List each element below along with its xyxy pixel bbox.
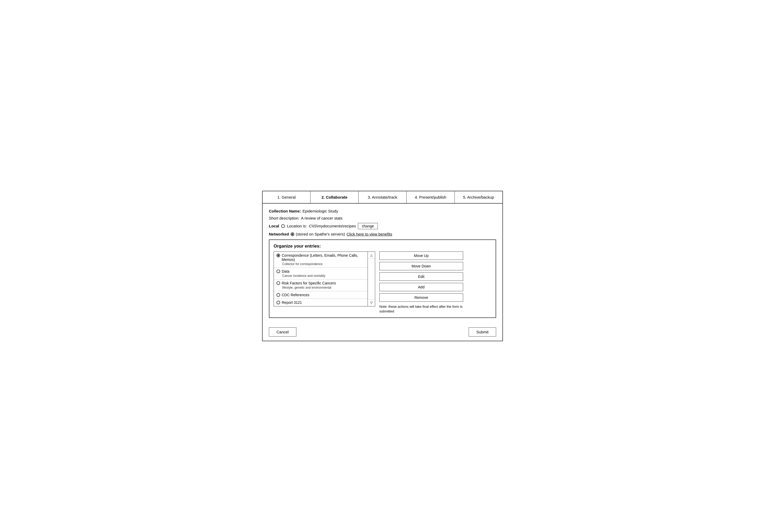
organize-box: Organize your entries: Correspondence (L… [269, 240, 496, 318]
change-button[interactable]: change [358, 223, 378, 229]
actions-area: Move Up Move Down Edit Add Remove Note: … [380, 252, 463, 314]
main-container: 1. General 2. Collaborate 3. Annotate/tr… [262, 191, 503, 341]
add-button[interactable]: Add [380, 283, 463, 291]
networked-radio[interactable] [291, 233, 294, 236]
location-label: Location is: [287, 224, 307, 228]
item-label-risk: Risk Factors for Specific Cancers [282, 281, 336, 285]
local-row: Local Location is: C\IS\mydocuments\reci… [269, 223, 496, 229]
item-label-data: Data [282, 269, 290, 273]
networked-label: Networked [269, 232, 289, 236]
list-item-header: Data [277, 269, 365, 273]
scroll-down-button[interactable]: ▽ [368, 299, 375, 306]
item-label-report: Report 3121 [282, 300, 302, 304]
tab-present[interactable]: 4. Present/publish [406, 191, 454, 203]
action-buttons: Move Up Move Down Edit Add Remove [380, 252, 463, 302]
item-radio-report [277, 301, 280, 304]
scroll-up-button[interactable]: △ [368, 252, 375, 259]
list-item-header: Correspondence (Letters, Emails, Phone C… [277, 253, 365, 262]
move-down-button[interactable]: Move Down [380, 262, 463, 270]
remove-button[interactable]: Remove [380, 293, 463, 302]
short-desc-label: Short description: [269, 216, 300, 220]
note-text: Note: these actions will take final effe… [380, 304, 463, 314]
local-radio[interactable] [281, 224, 285, 228]
short-desc-value: A review of cancer stats [301, 216, 343, 220]
bottom-bar: Cancel Submit [263, 323, 502, 341]
tab-archive[interactable]: 5. Archive/backup [455, 191, 502, 203]
benefits-link[interactable]: Click here to view benefits [347, 232, 392, 236]
networked-row: Networked (stored on Spathe's servers) C… [269, 232, 496, 236]
list-item[interactable]: Risk Factors for Specific Cancers lifest… [274, 279, 368, 291]
item-label-correspondence: Correspondence (Letters, Emails, Phone C… [282, 253, 365, 262]
cancel-button[interactable]: Cancel [269, 327, 296, 336]
list-item-header: Report 3121 [277, 300, 365, 304]
tab-bar: 1. General 2. Collaborate 3. Annotate/tr… [263, 191, 502, 204]
item-sub-data: Cancer incidence and mortality [282, 274, 365, 277]
item-radio-cdc [277, 293, 280, 297]
item-sub-correspondence: Collector for correspondence [282, 262, 365, 266]
edit-button[interactable]: Edit [380, 272, 463, 281]
scroll-column: △ ▽ [368, 252, 375, 306]
list-item[interactable]: Data Cancer incidence and mortality [274, 268, 368, 279]
local-label: Local [269, 224, 279, 228]
move-up-button[interactable]: Move Up [380, 252, 463, 260]
short-desc-row: Short description: A review of cancer st… [269, 216, 496, 220]
item-sub-risk: lifestyle, genetic and environmental [282, 286, 365, 289]
item-radio-risk [277, 281, 280, 285]
submit-button[interactable]: Submit [469, 327, 496, 336]
list-item[interactable]: Report 3121 [274, 299, 368, 306]
tab-general[interactable]: 1. General [263, 191, 311, 203]
list-item-header: CDC References [277, 293, 365, 297]
collection-name-value: Epidemiologic Study [303, 209, 338, 213]
list-wrapper: Correspondence (Letters, Emails, Phone C… [274, 252, 375, 306]
location-value: C\IS\mydocuments\recipes [309, 224, 356, 228]
list-item[interactable]: CDC References [274, 291, 368, 299]
entries-list: Correspondence (Letters, Emails, Phone C… [274, 252, 368, 306]
list-item[interactable]: Correspondence (Letters, Emails, Phone C… [274, 252, 368, 268]
list-item-header: Risk Factors for Specific Cancers [277, 281, 365, 285]
networked-description: (stored on Spathe's servers) [296, 232, 345, 236]
organize-title: Organize your entries: [274, 244, 491, 249]
collection-name-label: Collection Name: [269, 209, 301, 213]
collection-name-row: Collection Name: Epidemiologic Study [269, 209, 496, 213]
item-radio-data [277, 269, 280, 273]
organize-layout: Correspondence (Letters, Emails, Phone C… [274, 252, 491, 314]
item-label-cdc: CDC References [282, 293, 310, 297]
content-area: Collection Name: Epidemiologic Study Sho… [263, 204, 502, 323]
tab-collaborate[interactable]: 2. Collaborate [311, 191, 359, 203]
item-radio-correspondence [277, 254, 280, 257]
tab-annotate[interactable]: 3. Annotate/track [359, 191, 406, 203]
